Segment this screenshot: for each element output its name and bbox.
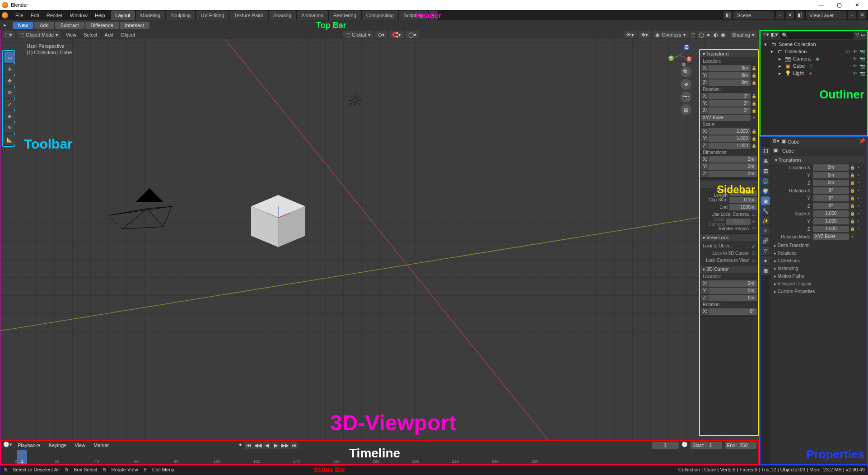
tl-view[interactable]: View [72, 442, 88, 449]
scl-y[interactable]: 1.000 [709, 135, 751, 142]
tool-scale[interactable]: ⤢ [4, 99, 15, 110]
clip-end[interactable]: 1000m [729, 204, 757, 210]
jump-end-icon[interactable]: ⏭ [290, 442, 298, 449]
menu-edit[interactable]: Edit [27, 10, 43, 20]
vp-menu-select[interactable]: Select [81, 32, 100, 37]
bool-new-button[interactable]: New [13, 22, 33, 29]
prop-panel[interactable]: ▸ Viewport Display [770, 280, 867, 288]
pin-icon[interactable]: 📌 [859, 138, 865, 145]
np-viewlock-h[interactable]: ▾ View Lock [700, 234, 758, 241]
scene-browse-icon[interactable]: ◧ [723, 11, 732, 19]
p-rot-z[interactable]: 0° [813, 203, 849, 209]
clip-start[interactable]: 0.1m [729, 197, 757, 203]
pan-icon[interactable]: ✥ [681, 79, 691, 90]
cursor-x[interactable]: 0m [709, 280, 757, 287]
tool-cursor[interactable]: ✛ [4, 64, 15, 75]
autokey-icon[interactable]: ● [239, 442, 242, 449]
perspective-icon[interactable]: ▦ [681, 104, 691, 115]
p-loc-x[interactable]: 0m [813, 164, 849, 171]
tab-add[interactable]: + [429, 10, 438, 20]
tab-scripting[interactable]: Scripting [399, 10, 428, 20]
bool-add-button[interactable]: Add [34, 22, 54, 29]
p-rotmode[interactable]: XYZ Euler [813, 233, 849, 240]
ptab-constraints[interactable]: 🔗 [761, 236, 770, 245]
np-transform-h[interactable]: ▾ Transform [700, 50, 758, 57]
tl-marker[interactable]: Marker [91, 442, 112, 449]
bool-intersect-button[interactable]: Intersect [120, 22, 149, 29]
ptab-output[interactable]: 🖶 [761, 157, 770, 166]
camera-view-icon[interactable]: 📷 [681, 92, 691, 102]
new-collection-icon[interactable]: ▭ [861, 32, 865, 39]
tl-keying[interactable]: Keying ▾ [46, 442, 70, 449]
collection-exclude-icon[interactable]: ☑ [845, 49, 851, 54]
prop-editor-icon[interactable]: ⚙▾ [772, 138, 779, 145]
loc-z[interactable]: 0m [709, 79, 751, 86]
ptab-render[interactable]: 🎞 [761, 147, 770, 156]
prop-panel[interactable]: ▸ Relations [770, 249, 867, 257]
outliner-display-icon[interactable]: ◧▾ [771, 32, 778, 39]
scl-x[interactable]: 1.000 [709, 128, 751, 135]
collection-hide-icon[interactable]: 👁 [852, 49, 858, 54]
play-rev-icon[interactable]: ◀ [263, 442, 271, 449]
outliner-cube[interactable]: ▸▣Cube▽ 👁📷 [762, 62, 865, 70]
ptab-texture[interactable]: ▦ [761, 266, 770, 275]
tab-rendering[interactable]: Rendering [329, 10, 361, 20]
viewport-canvas[interactable]: Z Y X 🔍 ✥ 📷 ▦ User Perspective (1) Colle… [0, 39, 759, 440]
viewlayer-delete-icon[interactable]: ✕ [858, 11, 866, 19]
ptab-data[interactable]: ▽ [761, 246, 770, 255]
rot-z[interactable]: 0° [709, 107, 751, 114]
ptab-physics[interactable]: ⚛ [761, 226, 770, 235]
editor-type-icon[interactable]: ⬚▾ [2, 31, 15, 38]
dim-x[interactable]: 2m [709, 156, 757, 163]
pivot-icon[interactable]: ⊙▾ [375, 31, 387, 38]
bool-difference-button[interactable]: Difference [85, 22, 119, 29]
xray-icon[interactable]: ⬚ [691, 31, 695, 38]
scene-name[interactable]: Scene [733, 11, 774, 19]
overlays-toggle[interactable]: ◉ Overlays ▾ [653, 31, 688, 38]
p-scl-z[interactable]: 1.000 [813, 226, 849, 232]
jump-start-icon[interactable]: ⏮ [245, 442, 253, 449]
viewlayer-new-icon[interactable]: ▫ [848, 11, 856, 19]
p-loc-y[interactable]: 0m [813, 172, 849, 178]
tl-playback[interactable]: Playback ▾ [15, 442, 43, 449]
vp-menu-view[interactable]: View [63, 32, 79, 37]
p-rot-x[interactable]: 0° [813, 187, 849, 194]
lock-3d-checkbox[interactable]: ☐ [751, 251, 757, 256]
scl-z[interactable]: 1.000 [709, 143, 751, 149]
object-name-input[interactable]: Cube [779, 147, 864, 154]
tab-modeling[interactable]: Modeling [136, 10, 165, 20]
loc-x[interactable]: 0m [709, 65, 751, 71]
end-frame[interactable]: End: 250 [725, 442, 756, 449]
collection-disable-icon[interactable]: 📷 [859, 49, 865, 54]
tool-measure[interactable]: 📐 [4, 134, 15, 145]
prop-panel[interactable]: ▸ Motion Paths [770, 272, 867, 280]
focal-length[interactable]: 50mm [729, 190, 757, 196]
close-button[interactable]: ✕ [848, 0, 866, 10]
scene-new-icon[interactable]: ▫ [776, 11, 784, 19]
p-scl-y[interactable]: 1.000 [813, 218, 849, 224]
p-scl-x[interactable]: 1.000 [813, 210, 849, 217]
timeline-body[interactable]: 1 020406080100120140160180200220240260 [1, 450, 758, 464]
tab-animation[interactable]: Animation [297, 10, 328, 20]
prop-panel[interactable]: ▸ Delta Transform [770, 242, 867, 249]
mode-select[interactable]: ⬚ Object Mode ▾ [17, 31, 61, 38]
tool-annotate[interactable]: ✎ [4, 122, 15, 133]
cursor-tool-icon[interactable]: ▸ [2, 22, 8, 28]
tool-move[interactable]: ✥ [4, 75, 15, 86]
vp-menu-add[interactable]: Add [102, 32, 117, 37]
gizmo-toggle-icon[interactable]: ✥▾ [639, 31, 651, 38]
outliner-scene-collection[interactable]: ▾🗀Scene Collection [762, 41, 865, 48]
visibility-icon[interactable]: 👁▾ [624, 31, 637, 38]
ptab-material[interactable]: ● [761, 256, 770, 265]
p-rot-y[interactable]: 0° [813, 195, 849, 201]
next-key-icon[interactable]: ▶▶ [281, 442, 289, 449]
ptab-world[interactable]: 🌍 [761, 186, 770, 196]
viewlayer-name[interactable]: View Layer [806, 11, 846, 19]
rot-y[interactable]: 0° [709, 100, 751, 107]
render-region-checkbox[interactable]: ☐ [751, 227, 757, 231]
scene-delete-icon[interactable]: ✕ [786, 11, 794, 19]
ptab-particles[interactable]: ✨ [761, 216, 770, 225]
tab-layout[interactable]: Layout [111, 10, 135, 20]
outliner-light[interactable]: ▸💡Light● 👁📷 [762, 70, 865, 77]
outliner-editor-icon[interactable]: ≣▾ [762, 32, 769, 39]
